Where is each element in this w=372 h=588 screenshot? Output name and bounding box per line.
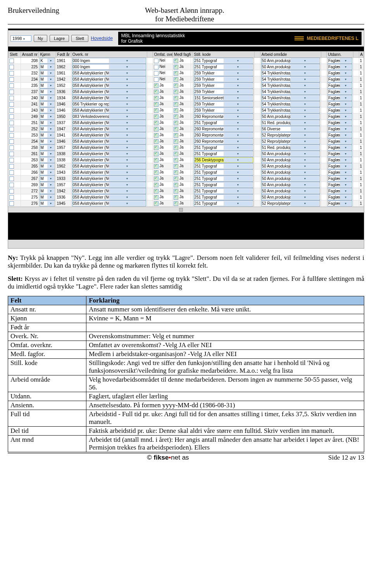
table-row: 265M▾1962058 Avistrykkerier (NGF)▾ Ja Ja… (9, 163, 364, 169)
medl-checkbox[interactable] (174, 108, 178, 113)
expl-row: Omfat. overknr.Omfattet av overenskomst?… (8, 341, 364, 350)
delete-checkbox[interactable] (9, 145, 14, 150)
table-row: 208K▾1961000 Ingen▾ Nei Ja251 Typograf▾5… (9, 58, 364, 64)
expl-head-forklaring: Forklaring (86, 296, 364, 305)
omfat-checkbox[interactable] (154, 102, 158, 107)
expl-row: Overk. Nr.Overenskomstnummer: Velg et nu… (8, 332, 364, 341)
medl-checkbox[interactable] (174, 152, 178, 156)
footer-page: Side 12 av 13 (328, 454, 364, 462)
app-screenshot: 1998 ▾ Ny Lagre Slett Hovedside MBL Inns… (8, 28, 364, 249)
medl-checkbox[interactable] (174, 145, 178, 150)
omfat-checkbox[interactable] (154, 176, 158, 181)
omfat-checkbox[interactable] (154, 133, 158, 138)
omfat-checkbox[interactable] (154, 114, 158, 119)
omfat-checkbox[interactable] (154, 108, 158, 113)
medl-checkbox[interactable] (174, 158, 178, 163)
table-row: 272M▾1942058 Avistrykkerier (NGF)▾ Ja Ja… (9, 188, 364, 194)
medl-checkbox[interactable] (174, 59, 178, 63)
medl-checkbox[interactable] (174, 102, 178, 107)
hovedside-link[interactable]: Hovedside (91, 36, 113, 41)
medl-checkbox[interactable] (174, 90, 178, 94)
medl-checkbox[interactable] (174, 71, 178, 76)
expl-row: Medl. fagfor.Medlem i arbeidstaker-organ… (8, 350, 364, 359)
medl-checkbox[interactable] (174, 139, 178, 144)
delete-checkbox[interactable] (9, 189, 14, 194)
omfat-checkbox[interactable] (154, 65, 158, 69)
grid-header: Medl fagfor (173, 52, 191, 58)
paragraph-slett: Slett: Kryss av i feltet til venstre på … (8, 275, 364, 291)
table-row: 241M▾1946056 Trykkerier og reprobedrifte… (9, 101, 364, 107)
delete-checkbox[interactable] (9, 65, 14, 69)
omfat-checkbox[interactable] (154, 121, 158, 125)
omfat-checkbox[interactable] (154, 71, 158, 76)
horizontal-scrollbar[interactable] (8, 207, 364, 213)
medl-checkbox[interactable] (174, 164, 178, 169)
medl-checkbox[interactable] (174, 133, 178, 138)
year-select[interactable]: 1998 ▾ (10, 35, 31, 42)
table-row: 240M▾1934058 Avistrykkerier (NGF)▾ Ja Ja… (9, 95, 364, 101)
delete-checkbox[interactable] (9, 102, 14, 107)
omfat-checkbox[interactable] (154, 158, 158, 163)
delete-checkbox[interactable] (9, 152, 14, 156)
omfat-checkbox[interactable] (154, 96, 158, 100)
omfat-checkbox[interactable] (154, 139, 158, 144)
delete-checkbox[interactable] (9, 127, 14, 131)
delete-checkbox[interactable] (9, 121, 14, 125)
expl-row: Del tidFaktisk arbeidstid pr. uke: Denne… (8, 427, 364, 436)
medl-checkbox[interactable] (174, 170, 178, 175)
medl-checkbox[interactable] (174, 77, 178, 82)
delete-checkbox[interactable] (9, 96, 14, 100)
omfat-checkbox[interactable] (154, 83, 158, 88)
medl-checkbox[interactable] (174, 96, 178, 100)
delete-checkbox[interactable] (9, 195, 14, 200)
omfat-checkbox[interactable] (154, 164, 158, 169)
omfat-checkbox[interactable] (154, 189, 158, 194)
grid-header: Overk. nr (71, 52, 147, 58)
table-row: 254M▾1946058 Avistrykkerier (NGF)▾ Ja Ja… (9, 138, 364, 145)
delete-checkbox[interactable] (9, 176, 14, 181)
data-grid: SlettAnsatt nrKjønnFødt årOverk. nrOmfat… (8, 51, 364, 207)
medl-checkbox[interactable] (174, 121, 178, 125)
medl-checkbox[interactable] (174, 201, 178, 206)
omfat-checkbox[interactable] (154, 59, 158, 63)
medl-checkbox[interactable] (174, 183, 178, 187)
omfat-checkbox[interactable] (154, 170, 158, 175)
omfat-checkbox[interactable] (154, 201, 158, 206)
delete-checkbox[interactable] (9, 71, 14, 76)
delete-checkbox[interactable] (9, 114, 14, 119)
delete-checkbox[interactable] (9, 83, 14, 88)
delete-checkbox[interactable] (9, 139, 14, 144)
delete-checkbox[interactable] (9, 183, 14, 187)
medl-checkbox[interactable] (174, 114, 178, 119)
delete-checkbox[interactable] (9, 59, 14, 63)
delete-checkbox[interactable] (9, 164, 14, 169)
expl-row: Ansienn.Ansettelsesdato. På formen yyyy-… (8, 401, 364, 410)
medl-checkbox[interactable] (174, 127, 178, 131)
grid-header: Omfat. overkn. (153, 52, 172, 58)
medl-checkbox[interactable] (174, 83, 178, 88)
omfat-checkbox[interactable] (154, 127, 158, 131)
delete-checkbox[interactable] (9, 170, 14, 175)
table-row: 275M▾1936058 Avistrykkerier (NGF)▾ Ja Ja… (9, 194, 364, 201)
medl-checkbox[interactable] (174, 65, 178, 69)
delete-checkbox[interactable] (9, 133, 14, 138)
omfat-checkbox[interactable] (154, 90, 158, 94)
medl-checkbox[interactable] (174, 176, 178, 181)
ny-button[interactable]: Ny (34, 35, 47, 42)
medl-checkbox[interactable] (174, 195, 178, 200)
omfat-checkbox[interactable] (154, 152, 158, 156)
delete-checkbox[interactable] (9, 158, 14, 163)
delete-checkbox[interactable] (9, 90, 14, 94)
delete-checkbox[interactable] (9, 201, 14, 206)
delete-checkbox[interactable] (9, 108, 14, 113)
lagre-button[interactable]: Lagre (50, 35, 69, 42)
table-row: 237M▾1936058 Avistrykkerier (NGF)▾ Ja Ja… (9, 89, 364, 95)
omfat-checkbox[interactable] (154, 183, 158, 187)
omfat-checkbox[interactable] (154, 195, 158, 200)
omfat-checkbox[interactable] (154, 145, 158, 150)
slett-button[interactable]: Slett (71, 35, 88, 42)
medl-checkbox[interactable] (174, 189, 178, 194)
grid-header: Still. kode (193, 52, 254, 58)
omfat-checkbox[interactable] (154, 77, 158, 82)
delete-checkbox[interactable] (9, 77, 14, 82)
